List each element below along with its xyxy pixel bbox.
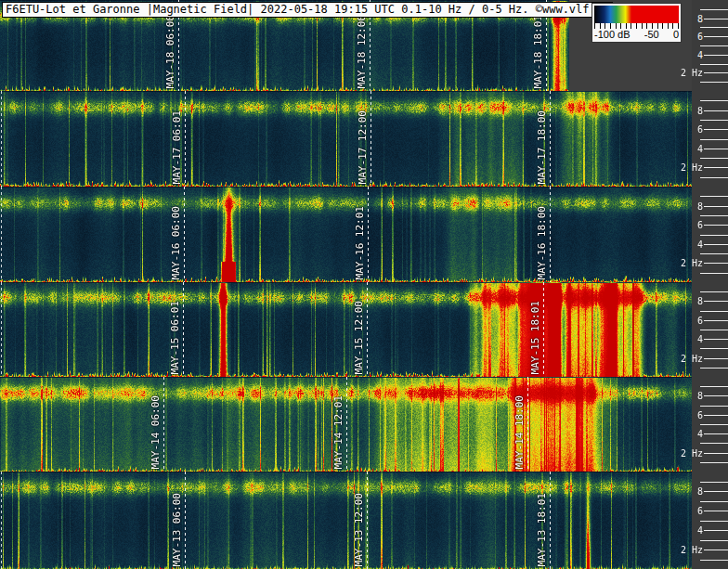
colorbar-tick	[594, 23, 595, 29]
time-label: MAY-14 18:00	[514, 395, 526, 469]
colorbar-min-label: -100 dB	[594, 30, 630, 40]
time-gridline	[184, 187, 185, 282]
frequency-tick	[704, 72, 728, 73]
time-label: MAY-14 12:01	[332, 395, 344, 469]
frequency-label: 8	[697, 105, 703, 115]
frequency-label: 6	[697, 315, 703, 325]
frequency-tick	[700, 64, 728, 65]
frequency-tick	[704, 433, 728, 434]
colorbar-mid-label: -50	[644, 30, 659, 40]
time-gridline	[550, 91, 551, 187]
time-label: MAY-16 12:01	[354, 206, 366, 279]
frequency-label: 2 Hz	[681, 258, 703, 268]
time-label: MAY-17 18:00	[536, 110, 548, 184]
time-gridline	[550, 472, 551, 569]
time-label: MAY-18 06:00	[164, 15, 176, 88]
frequency-label: 4	[697, 429, 703, 439]
frequency-tick	[704, 55, 728, 56]
frequency-label: 6	[697, 506, 703, 516]
time-label: MAY-13 18:01	[536, 493, 548, 566]
frequency-tick	[704, 320, 728, 321]
time-gridline	[543, 282, 544, 377]
frequency-tick	[700, 462, 728, 463]
time-gridline	[368, 187, 369, 282]
frequency-label: 8	[697, 13, 703, 23]
frequency-tick	[704, 415, 728, 416]
time-gridline	[183, 282, 184, 377]
frequency-tick	[700, 482, 728, 483]
midnight-gridline	[1, 187, 2, 282]
spectrogram-strip-may-16: MAY-16 06:00MAY-16 12:01MAY-16 18:00	[0, 187, 728, 282]
vlf-spectrogram-monitor: MAY-18 06:00MAY-18 12:00MAY-18 18:01MAY-…	[0, 0, 728, 569]
time-label: MAY-14 06:00	[150, 395, 162, 469]
spectrogram-canvas-may-13	[0, 472, 692, 569]
colorbar-tick	[678, 23, 679, 29]
frequency-tick	[700, 9, 728, 10]
midnight-gridline	[1, 472, 2, 569]
colorbar-tick	[626, 23, 627, 29]
frequency-tick	[700, 501, 728, 502]
frequency-label: 8	[697, 486, 703, 497]
colorbar-tick	[616, 23, 617, 29]
frequency-label: 4	[697, 525, 703, 536]
frequency-label: 6	[697, 220, 703, 230]
frequency-label: 8	[697, 391, 703, 401]
frequency-tick	[700, 27, 728, 28]
frequency-tick	[700, 291, 728, 292]
frequency-tick	[700, 560, 728, 561]
frequency-tick	[704, 129, 728, 130]
colorbar-labels: -100 dB -50 0	[592, 30, 681, 40]
frequency-tick	[700, 386, 728, 387]
spectrogram-strip-may-13: MAY-13 06:00MAY-13 12:00MAY-13 18:01	[0, 472, 728, 569]
time-gridline	[346, 377, 347, 472]
colorbar-tick	[668, 23, 669, 29]
colorbar-tick	[652, 23, 653, 29]
colorbar-gradient	[594, 6, 679, 23]
frequency-tick	[700, 443, 728, 444]
time-label: MAY-17 06:01	[171, 110, 183, 184]
frequency-axis-panel: 8642 Hz8642 Hz8642 Hz8642 Hz8642 Hz8642 …	[692, 0, 728, 569]
frequency-tick	[704, 225, 728, 226]
frequency-tick	[704, 301, 728, 302]
frequency-tick	[700, 253, 728, 254]
time-gridline	[370, 91, 371, 187]
colorbar-tick	[604, 23, 605, 29]
time-gridline	[185, 472, 186, 569]
frequency-label: 6	[697, 409, 703, 420]
frequency-tick	[700, 521, 728, 522]
time-gridline	[163, 377, 164, 472]
frequency-label: 6	[697, 32, 703, 42]
frequency-tick	[704, 19, 728, 19]
frequency-tick	[700, 273, 728, 274]
time-label: MAY-18 12:00	[356, 15, 368, 88]
time-label: MAY-16 18:00	[536, 206, 548, 279]
spectrogram-strip-may-15: MAY-15 06:01MAY-15 12:00MAY-15 18:01	[0, 282, 728, 377]
time-gridline	[527, 377, 528, 472]
colorbar-tick	[630, 23, 631, 29]
frequency-tick	[704, 206, 728, 207]
time-label: MAY-16 06:00	[170, 206, 182, 279]
colorbar-ticks	[594, 23, 679, 30]
frequency-tick	[704, 358, 728, 359]
frequency-label: 2 Hz	[681, 447, 703, 458]
colorbar-tick	[642, 23, 643, 29]
frequency-label: 4	[697, 49, 703, 59]
midnight-gridline	[1, 91, 2, 187]
frequency-tick	[704, 339, 728, 340]
colorbar-tick	[620, 23, 621, 29]
frequency-label: 2 Hz	[681, 162, 703, 173]
frequency-tick	[700, 82, 728, 83]
title-bar: F6ETU-Lot et Garonne |Magnetic Field| 20…	[2, 2, 613, 18]
frequency-tick	[700, 235, 728, 236]
frequency-tick	[700, 196, 728, 197]
frequency-tick	[704, 110, 728, 111]
frequency-label: 6	[697, 124, 703, 135]
frequency-tick	[704, 491, 728, 492]
frequency-tick	[704, 167, 728, 168]
time-gridline	[367, 282, 368, 377]
frequency-tick	[700, 406, 728, 407]
colorbar-tick	[672, 23, 673, 29]
spectrogram-strip-may-17: MAY-17 06:01MAY-17 12:00MAY-17 18:00	[0, 91, 728, 187]
time-gridline	[185, 91, 186, 187]
colorbar-max-label: 0	[673, 30, 679, 40]
